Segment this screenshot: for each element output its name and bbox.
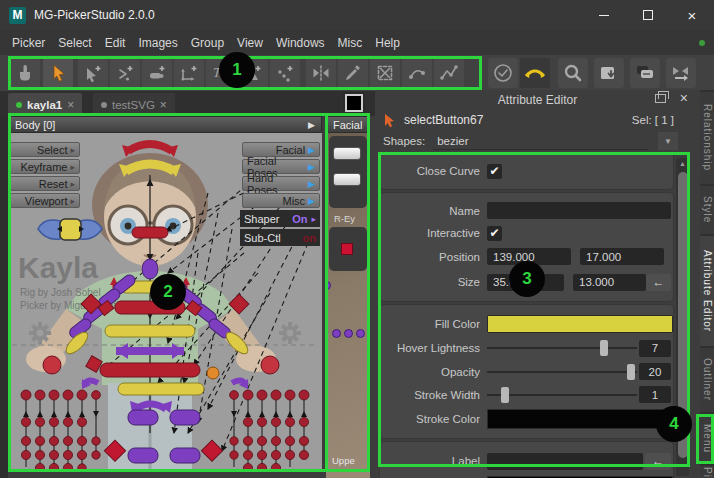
tab-relationship[interactable]: Relationship	[700, 92, 714, 184]
add-command-button-tool[interactable]	[110, 58, 140, 88]
tab-outliner[interactable]: Outliner	[700, 348, 714, 412]
menu-group[interactable]: Group	[191, 36, 224, 50]
shapes-dropdown[interactable]: bezier	[433, 132, 648, 150]
hand-poses-button[interactable]: Hand Poses▶	[242, 176, 320, 191]
tab-close-icon[interactable]: ×	[160, 98, 167, 112]
select-menu-button[interactable]: Select▸	[10, 142, 80, 157]
title-bar[interactable]: M MG-PickerStudio 2.0.0 ×	[0, 0, 714, 30]
viewport-menu-button[interactable]: Viewport▸	[10, 193, 80, 208]
maximize-button[interactable]	[626, 0, 670, 30]
size-w-input[interactable]: 35.000	[487, 274, 564, 291]
close-curve-checkbox[interactable]: ✔	[487, 164, 502, 179]
reset-menu-button[interactable]: Reset▸	[10, 176, 80, 191]
polyline-tool-button[interactable]	[434, 58, 464, 88]
scroll-up-icon[interactable]: ▲	[676, 160, 689, 167]
size-reset-button[interactable]: ←	[646, 274, 671, 291]
tab-style[interactable]: Style	[700, 186, 714, 234]
label-input[interactable]	[487, 453, 643, 470]
opacity-value[interactable]: 20	[639, 363, 671, 380]
add-shape-button-tool[interactable]	[238, 58, 268, 88]
label-reset-button[interactable]: ←	[645, 453, 671, 470]
check-tool-button[interactable]	[488, 58, 518, 88]
interactive-checkbox[interactable]: ✔	[487, 226, 502, 241]
hand-tool-button[interactable]	[10, 58, 40, 88]
comment-tool-button[interactable]	[630, 58, 660, 88]
nose-control[interactable]	[132, 227, 168, 238]
menu-help[interactable]: Help	[375, 36, 400, 50]
menu-misc[interactable]: Misc	[338, 36, 363, 50]
add-text-icon: T	[212, 66, 220, 80]
float-panel-icon[interactable]	[655, 94, 666, 103]
marquee-tool-button[interactable]	[370, 58, 400, 88]
facial-control-dot[interactable]	[326, 281, 331, 290]
hover-lightness-slider[interactable]	[487, 340, 637, 356]
shaper-toggle[interactable]: Shaper On ▸	[240, 210, 320, 227]
stroke-color-swatch[interactable]	[487, 409, 673, 429]
tab-attribute-editor[interactable]: Attribute Editor	[700, 236, 714, 346]
picker-canvas[interactable]: Kayla Rig by Josh Sobel Picker by Miguel…	[8, 133, 322, 472]
stroke-width-row: Stroke Width 1	[380, 383, 673, 406]
facial-picker-panel: Facial R-Ey Uppe	[326, 116, 370, 478]
stroke-color-row: Stroke Color	[380, 406, 673, 432]
keyframe-menu-button[interactable]: Keyframe▸	[10, 159, 80, 174]
add-dots-button-tool[interactable]	[270, 58, 300, 88]
menu-windows[interactable]: Windows	[276, 36, 325, 50]
frame-view-button[interactable]	[345, 94, 363, 112]
close-button[interactable]: ×	[670, 0, 714, 30]
facial-control-dot[interactable]	[332, 329, 341, 338]
facial-slider-button[interactable]	[333, 173, 361, 186]
menu-select[interactable]: Select	[58, 36, 91, 50]
menu-edit[interactable]: Edit	[105, 36, 126, 50]
facial-picker-canvas[interactable]: R-Ey Uppe	[326, 133, 370, 478]
tab-testsvg[interactable]: testSVG ×	[93, 93, 175, 116]
menu-picker[interactable]: Picker	[12, 36, 45, 50]
minimize-button[interactable]	[582, 0, 626, 30]
menu-images[interactable]: Images	[138, 36, 177, 50]
add-select-button-tool[interactable]	[78, 58, 108, 88]
size-h-input[interactable]: 13.000	[573, 274, 646, 291]
mirror-tool-button[interactable]	[306, 58, 336, 88]
add-move-button-tool[interactable]	[174, 58, 204, 88]
stroke-width-slider[interactable]	[487, 387, 637, 403]
facial-panel-header[interactable]: Facial	[326, 116, 370, 133]
opacity-slider[interactable]	[487, 364, 637, 380]
body-panel-header[interactable]: Body [0] ▶	[8, 116, 322, 133]
search-icon	[562, 62, 584, 84]
scrollbar-thumb[interactable]	[678, 172, 688, 458]
select-tool-button[interactable]	[43, 58, 73, 88]
tab-close-icon[interactable]: ×	[67, 98, 74, 112]
add-text-button-tool[interactable]: T	[206, 58, 236, 88]
tab-menu[interactable]: Menu	[700, 414, 714, 464]
misc-button[interactable]: Misc▶	[242, 193, 320, 208]
fill-color-swatch[interactable]	[487, 315, 673, 333]
facial-upper-label: Uppe	[332, 455, 355, 466]
position-row: Position 139.000 17.000	[380, 244, 673, 269]
dropdown-arrow-icon[interactable]: ▼	[658, 132, 678, 150]
stroke-width-value[interactable]: 1	[639, 386, 671, 403]
hover-lightness-value[interactable]: 7	[639, 340, 671, 357]
curve-tool-button[interactable]	[402, 58, 432, 88]
facial-slider-button[interactable]	[333, 147, 361, 160]
tab-picker[interactable]: Pi	[700, 466, 714, 478]
position-x-input[interactable]: 139.000	[487, 248, 571, 265]
add-slider-button-tool[interactable]	[142, 58, 172, 88]
close-panel-icon[interactable]: ×	[680, 90, 688, 106]
zoom-tool-button[interactable]	[558, 58, 588, 88]
import-tool-button[interactable]	[594, 58, 624, 88]
subctl-toggle[interactable]: Sub-Ctl on	[240, 229, 320, 246]
position-y-input[interactable]: 17.000	[580, 248, 664, 265]
menu-view[interactable]: View	[237, 36, 263, 50]
facial-control-dot[interactable]	[356, 329, 365, 338]
swap-arrows-icon	[523, 63, 547, 83]
tab-kayla1[interactable]: kayla1 ×	[8, 93, 82, 116]
panel-expand-icon[interactable]: ▶	[308, 120, 315, 130]
facial-eye-control[interactable]	[341, 243, 353, 255]
attribute-scrollbar[interactable]: ▲	[676, 158, 689, 476]
name-input[interactable]	[487, 202, 671, 219]
facial-control-dot[interactable]	[344, 329, 353, 338]
mirror-copy-tool-button[interactable]	[666, 58, 696, 88]
eyedropper-tool-button[interactable]	[338, 58, 368, 88]
close-curve-label: Close Curve	[380, 165, 480, 177]
swap-tool-button[interactable]	[520, 58, 550, 88]
settings-gear-icon-right	[279, 322, 301, 344]
